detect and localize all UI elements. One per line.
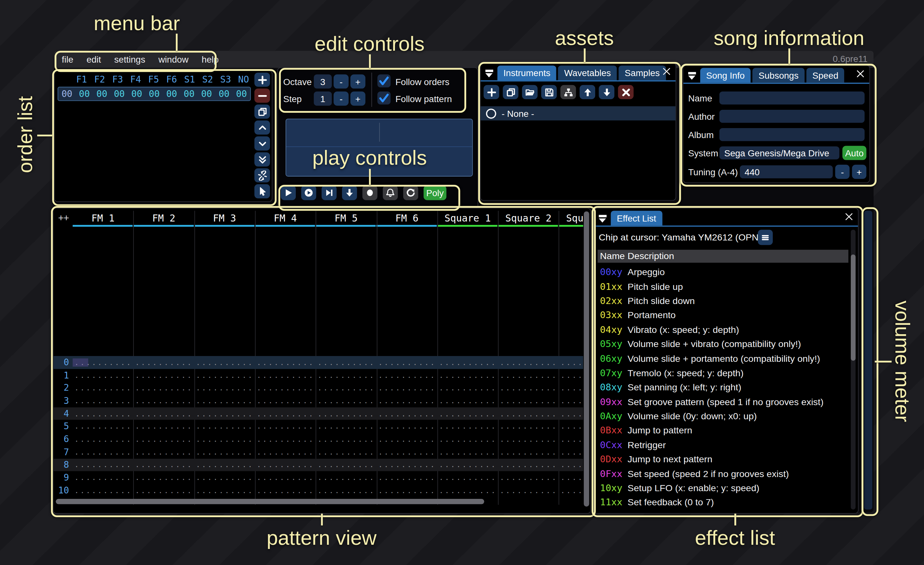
tab-effect-list[interactable]: Effect List bbox=[611, 211, 662, 226]
menu-help[interactable]: help bbox=[195, 54, 225, 64]
pattern-cell[interactable]: ........... bbox=[194, 422, 255, 430]
close-icon[interactable] bbox=[856, 69, 865, 78]
author-field[interactable] bbox=[719, 110, 865, 123]
channel-header-fm-3[interactable]: FM 3 bbox=[194, 208, 255, 228]
auto-system-button[interactable]: Auto bbox=[843, 146, 867, 160]
pattern-cell[interactable]: ........... bbox=[376, 473, 437, 482]
pattern-cell[interactable]: ........... bbox=[498, 473, 559, 482]
pattern-cell[interactable]: ........... bbox=[376, 486, 437, 495]
order-list-row[interactable]: 0000000000000000000000 bbox=[58, 87, 251, 101]
pattern-cell[interactable]: ........... bbox=[72, 422, 133, 430]
pattern-cell[interactable]: ........... bbox=[255, 486, 316, 495]
step-play-button[interactable] bbox=[321, 185, 336, 200]
pattern-cell[interactable]: ........... bbox=[72, 410, 133, 418]
pattern-cell[interactable]: ........... bbox=[559, 358, 583, 367]
pattern-cell[interactable]: ........... bbox=[72, 384, 133, 392]
tuning-field[interactable]: 440 bbox=[740, 165, 833, 178]
chevron-down-button[interactable] bbox=[254, 137, 270, 150]
pattern-cell[interactable]: ........... bbox=[498, 371, 559, 379]
double-chevron-down-button[interactable] bbox=[254, 152, 270, 166]
channel-header-fm-1[interactable]: FM 1 bbox=[72, 208, 133, 228]
pattern-cell[interactable]: ........... bbox=[498, 448, 559, 456]
chevron-up-button[interactable] bbox=[254, 120, 270, 135]
channel-header-square-2[interactable]: Square 2 bbox=[498, 208, 559, 228]
delete-asset-button[interactable] bbox=[618, 85, 634, 99]
pattern-cell[interactable]: ........... bbox=[559, 473, 583, 482]
name-field[interactable] bbox=[719, 92, 865, 104]
pattern-cell[interactable]: ........... bbox=[72, 473, 133, 482]
pattern-cell[interactable]: ........... bbox=[72, 371, 133, 379]
unlink-button[interactable] bbox=[254, 168, 270, 182]
pattern-cell[interactable]: ........... bbox=[437, 384, 498, 392]
pattern-cell[interactable]: ........... bbox=[134, 384, 194, 392]
pattern-cell[interactable]: ........... bbox=[194, 371, 255, 379]
menu-edit[interactable]: edit bbox=[80, 54, 108, 64]
plus-button[interactable] bbox=[254, 72, 270, 87]
step-value[interactable]: 1 bbox=[314, 92, 332, 106]
arrow-down-asset-button[interactable] bbox=[598, 85, 614, 99]
pattern-cell[interactable]: ........... bbox=[376, 461, 437, 469]
cursor-button[interactable] bbox=[254, 184, 270, 198]
pattern-cell[interactable]: ........... bbox=[316, 397, 376, 405]
octave-minus-button[interactable]: - bbox=[334, 75, 349, 89]
pattern-cell[interactable]: ........... bbox=[316, 435, 376, 443]
pattern-corner-button[interactable]: ++ bbox=[58, 212, 69, 223]
pattern-cell[interactable]: ........... bbox=[194, 435, 255, 443]
order-cell[interactable]: 00 bbox=[198, 89, 215, 99]
octave-value[interactable]: 3 bbox=[314, 75, 332, 89]
list-item[interactable]: - None - bbox=[481, 106, 676, 120]
pattern-cell[interactable]: ........... bbox=[376, 410, 437, 418]
pattern-cell[interactable]: ........... bbox=[498, 422, 559, 430]
pattern-cell[interactable]: ........... bbox=[376, 397, 437, 405]
channel-header-fm-6[interactable]: FM 6 bbox=[376, 208, 437, 228]
pattern-cell[interactable]: ........... bbox=[559, 422, 583, 430]
tree-asset-button[interactable] bbox=[561, 85, 576, 99]
pattern-cell[interactable]: ........... bbox=[498, 486, 559, 495]
horizontal-scrollbar[interactable] bbox=[56, 499, 484, 504]
arrow-down-button[interactable] bbox=[342, 185, 357, 200]
step-plus-button[interactable]: + bbox=[350, 92, 365, 106]
album-field[interactable] bbox=[719, 128, 865, 141]
effect-menu-button[interactable] bbox=[758, 230, 773, 245]
pattern-cell[interactable]: ........... bbox=[498, 461, 559, 469]
channel-header-fm-2[interactable]: FM 2 bbox=[134, 208, 194, 228]
pattern-cell[interactable]: ........... bbox=[194, 461, 255, 469]
tab-samples[interactable]: Samples bbox=[619, 66, 666, 80]
step-minus-button[interactable]: - bbox=[334, 92, 349, 106]
pattern-cell[interactable]: ........... bbox=[316, 358, 376, 367]
pattern-cell[interactable]: ........... bbox=[437, 422, 498, 430]
pattern-cell[interactable]: ........... bbox=[134, 461, 194, 469]
channel-header-square-1[interactable]: Square 1 bbox=[437, 208, 498, 228]
pattern-cell[interactable]: ........... bbox=[72, 358, 133, 367]
pattern-cell[interactable]: ........... bbox=[316, 384, 376, 392]
record-button[interactable] bbox=[363, 185, 378, 200]
pattern-cell[interactable]: ........... bbox=[316, 448, 376, 456]
order-cell[interactable]: 00 bbox=[111, 89, 128, 99]
channel-header-square-3[interactable]: Square 3 bbox=[559, 208, 583, 228]
pattern-cell[interactable]: ........... bbox=[72, 397, 133, 405]
collapse-icon[interactable] bbox=[485, 70, 494, 77]
menu-settings[interactable]: settings bbox=[108, 54, 152, 64]
pattern-cell[interactable]: ........... bbox=[316, 473, 376, 482]
order-cell[interactable]: 00 bbox=[215, 89, 232, 99]
pattern-cell[interactable]: ........... bbox=[134, 358, 194, 367]
pattern-cell[interactable]: ........... bbox=[376, 448, 437, 456]
play-circle-button[interactable] bbox=[301, 185, 316, 200]
pattern-cell[interactable]: ........... bbox=[559, 384, 583, 392]
pattern-cell[interactable]: ........... bbox=[316, 422, 376, 430]
pattern-cell[interactable]: ........... bbox=[559, 486, 583, 495]
tab-wavetables[interactable]: Wavetables bbox=[558, 66, 617, 80]
pattern-cell[interactable]: ........... bbox=[194, 384, 255, 392]
pattern-cell[interactable]: ........... bbox=[255, 371, 316, 379]
order-cell[interactable]: 00 bbox=[232, 89, 250, 99]
order-cell[interactable]: 00 bbox=[128, 89, 146, 99]
pattern-cell[interactable]: ........... bbox=[255, 358, 316, 367]
pattern-cell[interactable]: ........... bbox=[134, 422, 194, 430]
pattern-cell[interactable]: ........... bbox=[194, 358, 255, 367]
pattern-cell[interactable]: ........... bbox=[134, 448, 194, 456]
pattern-cell[interactable]: ........... bbox=[194, 473, 255, 482]
pattern-cell[interactable]: ........... bbox=[255, 435, 316, 443]
vertical-scrollbar[interactable] bbox=[584, 211, 590, 506]
scrollbar-thumb[interactable] bbox=[851, 255, 856, 361]
pattern-cell[interactable]: ........... bbox=[498, 435, 559, 443]
